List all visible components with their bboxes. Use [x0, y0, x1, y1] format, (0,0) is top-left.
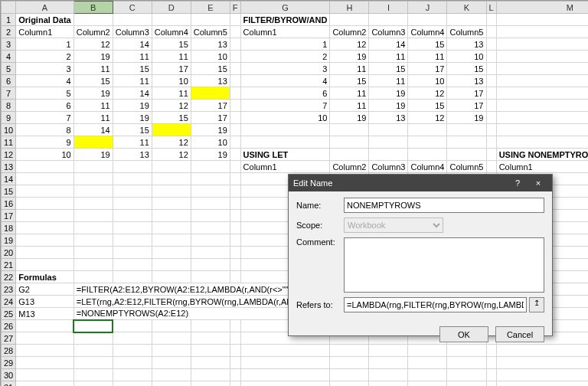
- cell[interactable]: [240, 357, 330, 369]
- cell[interactable]: [486, 38, 496, 51]
- col-header[interactable]: J: [408, 2, 447, 14]
- cell[interactable]: [240, 369, 330, 381]
- cell[interactable]: [230, 161, 240, 173]
- cell[interactable]: 14: [74, 124, 113, 136]
- cell[interactable]: 13: [447, 75, 486, 87]
- cell[interactable]: [496, 51, 588, 63]
- col-header[interactable]: I: [369, 2, 408, 14]
- close-button[interactable]: ×: [529, 175, 547, 191]
- row-header[interactable]: 26: [2, 320, 16, 332]
- cell[interactable]: 12: [330, 38, 369, 51]
- col-header[interactable]: M: [496, 2, 588, 14]
- cell[interactable]: 15: [408, 100, 447, 112]
- cell[interactable]: 12: [74, 38, 113, 51]
- cell[interactable]: 4: [16, 75, 74, 87]
- cell[interactable]: [152, 185, 191, 198]
- cell[interactable]: [191, 173, 230, 185]
- cell[interactable]: [16, 332, 74, 345]
- col-header[interactable]: F: [230, 2, 240, 14]
- cell[interactable]: [74, 369, 113, 381]
- cell[interactable]: [191, 369, 230, 381]
- cell[interactable]: [152, 124, 191, 136]
- cell[interactable]: [74, 381, 113, 387]
- cell[interactable]: [113, 173, 152, 185]
- row-header[interactable]: 19: [2, 234, 16, 247]
- cell[interactable]: Column1: [240, 161, 330, 173]
- cell[interactable]: [152, 369, 191, 381]
- cell[interactable]: [486, 381, 496, 387]
- cell[interactable]: [447, 381, 486, 387]
- cell[interactable]: 19: [369, 87, 408, 100]
- cell[interactable]: [16, 369, 74, 381]
- cell[interactable]: [16, 345, 74, 357]
- cell[interactable]: 19: [74, 87, 113, 100]
- cell[interactable]: [191, 381, 230, 387]
- cell[interactable]: [486, 14, 496, 26]
- cell[interactable]: Original Data: [16, 14, 74, 26]
- row-header[interactable]: 7: [2, 87, 16, 100]
- cell[interactable]: [152, 247, 191, 259]
- cell[interactable]: [369, 124, 408, 136]
- cell[interactable]: [230, 26, 240, 38]
- cell[interactable]: [408, 124, 447, 136]
- cell[interactable]: 11: [408, 51, 447, 63]
- cell[interactable]: 11: [152, 87, 191, 100]
- cell[interactable]: [496, 38, 588, 51]
- cell[interactable]: [496, 100, 588, 112]
- cell[interactable]: [330, 14, 369, 26]
- cell[interactable]: 10: [408, 75, 447, 87]
- cell[interactable]: 15: [152, 112, 191, 124]
- cell[interactable]: [16, 185, 74, 198]
- cell[interactable]: [230, 63, 240, 75]
- cell[interactable]: 11: [113, 75, 152, 87]
- cell[interactable]: 19: [74, 51, 113, 63]
- cell[interactable]: [230, 369, 240, 381]
- cell[interactable]: [74, 259, 113, 271]
- cell[interactable]: [16, 222, 74, 234]
- cell[interactable]: [16, 161, 74, 173]
- col-header[interactable]: D: [152, 2, 191, 14]
- cell[interactable]: [230, 357, 240, 369]
- cell[interactable]: [447, 136, 486, 149]
- cell[interactable]: [113, 332, 152, 345]
- cell[interactable]: Column5: [447, 26, 486, 38]
- cell[interactable]: [152, 259, 191, 271]
- cell[interactable]: [230, 149, 240, 161]
- cell[interactable]: [486, 112, 496, 124]
- cell[interactable]: [369, 357, 408, 369]
- cell[interactable]: 10: [191, 136, 230, 149]
- cell[interactable]: [486, 369, 496, 381]
- cell[interactable]: [74, 271, 113, 283]
- cell[interactable]: 10: [191, 51, 230, 63]
- cell[interactable]: [16, 259, 74, 271]
- col-header[interactable]: E: [191, 2, 230, 14]
- cell[interactable]: 19: [330, 112, 369, 124]
- cell[interactable]: USING NONEMPTYROWS LAMBDA: [496, 149, 588, 161]
- cell[interactable]: [74, 210, 113, 222]
- cell[interactable]: 19: [113, 100, 152, 112]
- cell[interactable]: Column5: [447, 161, 486, 173]
- cell[interactable]: [191, 320, 230, 332]
- row-header[interactable]: 16: [2, 198, 16, 210]
- cell[interactable]: [152, 357, 191, 369]
- cell[interactable]: 2: [240, 51, 330, 63]
- cell[interactable]: 11: [369, 51, 408, 63]
- cell[interactable]: [486, 75, 496, 87]
- cell[interactable]: Column2: [74, 26, 113, 38]
- cell[interactable]: [330, 381, 369, 387]
- cell[interactable]: [230, 124, 240, 136]
- cell[interactable]: [447, 369, 486, 381]
- cell[interactable]: 15: [408, 38, 447, 51]
- cell[interactable]: 4: [240, 75, 330, 87]
- dialog-titlebar[interactable]: Edit Name ? ×: [289, 175, 552, 191]
- cell[interactable]: 17: [447, 100, 486, 112]
- cell[interactable]: [330, 124, 369, 136]
- cell[interactable]: FILTER/BYROW/AND: [240, 14, 330, 26]
- cell[interactable]: [230, 271, 240, 283]
- cell[interactable]: 12: [152, 100, 191, 112]
- cell[interactable]: 6: [16, 100, 74, 112]
- cell[interactable]: [74, 247, 113, 259]
- cell[interactable]: [113, 357, 152, 369]
- cell[interactable]: 14: [113, 87, 152, 100]
- row-header[interactable]: 14: [2, 173, 16, 185]
